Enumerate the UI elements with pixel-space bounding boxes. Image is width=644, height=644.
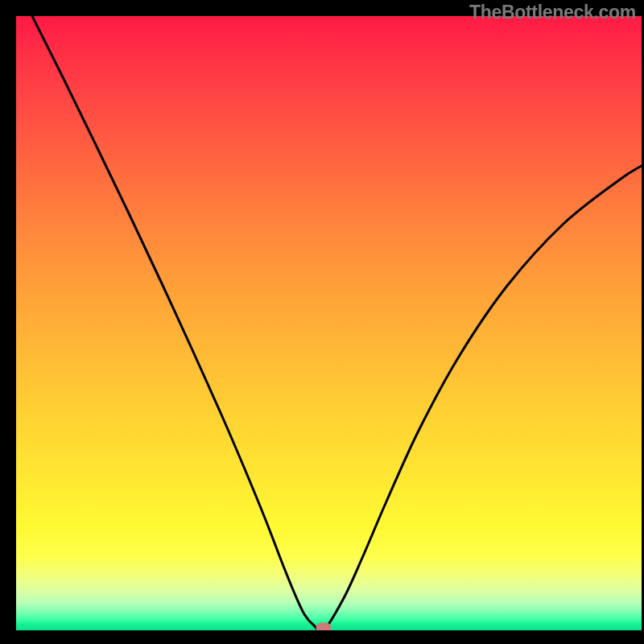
plot-area — [16, 16, 642, 630]
min-marker — [316, 623, 332, 631]
bottleneck-curve-path — [32, 16, 642, 630]
curve-svg — [16, 16, 642, 630]
chart-container: TheBottleneck.com — [0, 0, 644, 644]
watermark-text: TheBottleneck.com — [469, 2, 636, 23]
